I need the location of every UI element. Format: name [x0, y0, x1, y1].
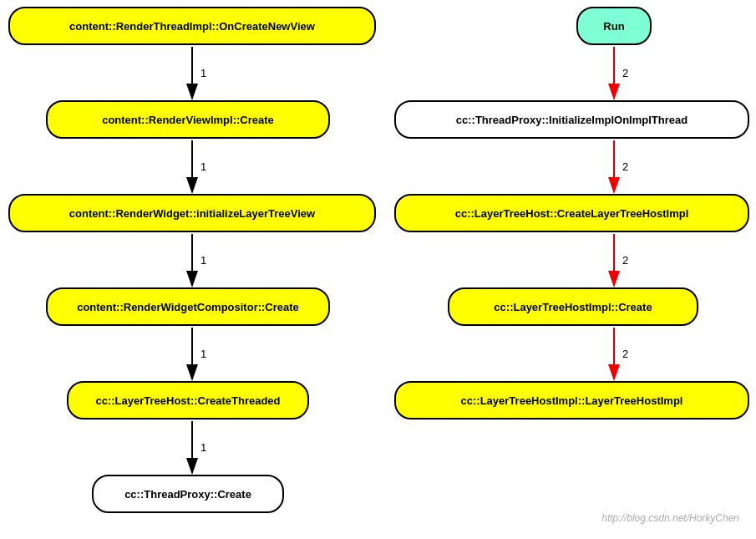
node-layer-tree-host-impl-create: cc::LayerTreeHostImpl::Create — [448, 287, 698, 326]
svg-text:1: 1 — [200, 441, 206, 454]
svg-text:1: 1 — [200, 67, 206, 79]
svg-text:2: 2 — [622, 67, 628, 79]
diagram: 111112222 content::RenderThreadImpl::OnC… — [0, 0, 756, 539]
node-layer-tree-host-impl-ctor: cc::LayerTreeHostImpl::LayerTreeHostImpl — [394, 381, 749, 420]
node-render-view-impl: content::RenderViewImpl::Create — [46, 100, 330, 139]
svg-text:1: 1 — [200, 254, 206, 267]
svg-text:1: 1 — [200, 160, 206, 173]
node-run: Run — [576, 7, 652, 45]
arrows-svg: 111112222 — [0, 0, 756, 539]
node-thread-proxy-init-impl: cc::ThreadProxy::InitializeImplOnImplThr… — [394, 100, 749, 139]
node-render-thread-impl: content::RenderThreadImpl::OnCreateNewVi… — [8, 7, 376, 45]
svg-text:1: 1 — [200, 348, 206, 360]
svg-text:2: 2 — [622, 254, 628, 267]
node-render-widget-compositor: content::RenderWidgetCompositor::Create — [46, 287, 330, 326]
node-layer-tree-host-create-threaded: cc::LayerTreeHost::CreateThreaded — [67, 381, 309, 420]
svg-text:2: 2 — [622, 348, 628, 360]
node-render-widget-init: content::RenderWidget::initializeLayerTr… — [8, 194, 376, 232]
node-layer-tree-host-create-impl: cc::LayerTreeHost::CreateLayerTreeHostIm… — [394, 194, 749, 232]
watermark: http://blog.csdn.net/HorkyChen — [601, 512, 739, 524]
svg-text:2: 2 — [622, 160, 628, 173]
node-thread-proxy-create: cc::ThreadProxy::Create — [92, 475, 284, 513]
